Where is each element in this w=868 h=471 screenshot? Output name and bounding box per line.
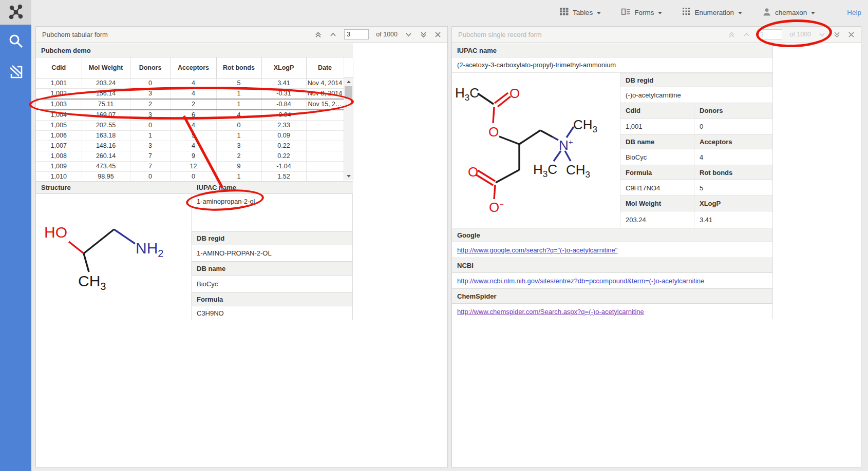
sketch-icon[interactable] bbox=[0, 61, 31, 83]
db-regid-value: (-)o-acetylcarnitine bbox=[620, 87, 772, 103]
record-pager: of 1000 bbox=[728, 29, 855, 40]
scrollbar-header-filler bbox=[344, 57, 353, 77]
link-row: http://www.ncbi.nlm.nih.gov/sites/entrez… bbox=[452, 273, 772, 288]
menu-label: Tables bbox=[573, 9, 593, 16]
search-icon[interactable] bbox=[0, 30, 31, 52]
table-row[interactable]: 1,008260.147920.22 bbox=[36, 151, 344, 162]
grid-header-row: DB nameAcceptors bbox=[620, 134, 772, 149]
external-link-google[interactable]: http://www.google.com/search?q="(-)o-ace… bbox=[457, 246, 617, 254]
previous-record-button[interactable] bbox=[329, 32, 337, 37]
scroll-up-button[interactable] bbox=[344, 77, 353, 86]
grid-value-left: C9H17NO4 bbox=[620, 180, 694, 195]
record-number-input[interactable] bbox=[344, 29, 369, 40]
structure-viewer[interactable]: HO CH3 NH2 bbox=[36, 194, 192, 320]
last-record-button[interactable] bbox=[420, 31, 427, 38]
structure-viewer[interactable]: H3C O O N+ CH3 CH3 H3C O O− bbox=[452, 73, 620, 228]
formula-header: Formula bbox=[192, 292, 352, 306]
scroll-down-button[interactable] bbox=[344, 172, 353, 180]
table-cell bbox=[306, 162, 344, 172]
column-header[interactable]: Mol Weight bbox=[82, 57, 130, 78]
table-cell: 203.24 bbox=[82, 78, 130, 89]
table-header-row: CdIdMol WeightDonorsAcceptorsRot bondsXL… bbox=[36, 57, 344, 78]
grid-value-left: BioCyc bbox=[620, 149, 694, 165]
external-link-chemspider[interactable]: http://www.chemspider.com/Search.aspx?q=… bbox=[457, 308, 644, 316]
table-cell: 1,009 bbox=[36, 162, 82, 172]
table-row[interactable]: 1,004169.07364-0.04 bbox=[36, 110, 344, 121]
table-cell: 1 bbox=[216, 131, 261, 141]
table-cell bbox=[306, 141, 344, 151]
table-cell: 0.09 bbox=[261, 131, 306, 141]
grid-value-right: 0 bbox=[694, 119, 772, 134]
atom-label-o-carbonyl: O bbox=[510, 87, 520, 100]
scrollbar-thumb[interactable] bbox=[345, 86, 352, 99]
table-cell: 4 bbox=[171, 78, 216, 89]
column-header[interactable]: Acceptors bbox=[171, 57, 216, 78]
table-row[interactable]: 1,001203.240453.41Nov 4, 2014 bbox=[36, 78, 344, 89]
table-cell: 1,002 bbox=[36, 89, 82, 100]
table-cell: 3 bbox=[216, 141, 261, 151]
table-cell: 9 bbox=[216, 162, 261, 172]
first-record-button[interactable] bbox=[728, 31, 735, 38]
external-link-ncbi[interactable]: http://www.ncbi.nlm.nih.gov/sites/entrez… bbox=[457, 277, 704, 285]
table-row[interactable]: 1,005202.550402.33 bbox=[36, 121, 344, 131]
table-row[interactable]: 1,009473.457129-1.04 bbox=[36, 162, 344, 172]
chemaxon-logo[interactable] bbox=[0, 0, 31, 25]
table-cell: 4 bbox=[171, 89, 216, 100]
table-row[interactable]: 1,01098.950011.52 bbox=[36, 172, 344, 182]
table-row[interactable]: 1,002156.14341-0.31Nov 8, 2014 bbox=[36, 89, 344, 100]
column-header[interactable]: CdId bbox=[36, 57, 82, 78]
iupac-section-header: IUPAC name bbox=[192, 181, 353, 194]
table-row[interactable]: 1,006163.181510.09 bbox=[36, 131, 344, 141]
atom-label-ch3: CH3 bbox=[78, 273, 106, 291]
molecule-bonds bbox=[36, 194, 192, 320]
table-scrollbar[interactable] bbox=[344, 77, 353, 180]
table-row[interactable]: 1,007148.163430.22 bbox=[36, 141, 344, 151]
table-cell: 12 bbox=[171, 162, 216, 172]
next-record-button[interactable] bbox=[405, 32, 412, 37]
record-number-input[interactable] bbox=[758, 29, 782, 40]
table-cell: 3 bbox=[130, 141, 171, 151]
table-row[interactable]: 1,00375.11221-0.84Nov 15, 2… bbox=[36, 99, 344, 110]
table-cell: 1,003 bbox=[36, 99, 82, 110]
iupac-name-value: (2-acetoxy-3-carboxylato-propyl)-trimeth… bbox=[452, 57, 772, 73]
topbar: Tables Forms bbox=[544, 0, 861, 25]
record-grid: DB regid (-)o-acetylcarnitine CdIdDonors… bbox=[620, 73, 772, 228]
table-cell: 4 bbox=[171, 141, 216, 151]
grid-value-row: 1,0010 bbox=[620, 119, 772, 134]
previous-record-button[interactable] bbox=[743, 32, 750, 37]
atom-label-o-carboxyl: O bbox=[468, 165, 478, 179]
table-cell: Nov 8, 2014 bbox=[306, 89, 344, 100]
chevron-down-icon bbox=[738, 12, 742, 14]
table-cell: 4 bbox=[171, 121, 216, 131]
table-cell: -0.84 bbox=[261, 99, 306, 110]
first-record-button[interactable] bbox=[314, 31, 322, 38]
table-cell: 1.52 bbox=[261, 172, 306, 182]
db-regid-value: 1-AMINO-PROPAN-2-OL bbox=[192, 245, 352, 261]
table-cell: 1 bbox=[216, 172, 261, 182]
link-section-header-google: Google bbox=[452, 228, 772, 242]
column-header[interactable]: Rot bonds bbox=[216, 57, 261, 78]
last-record-button[interactable] bbox=[833, 31, 841, 38]
grid-header-left: DB name bbox=[620, 134, 694, 149]
grid-value-row: C9H17NO45 bbox=[620, 180, 772, 195]
menu-enumeration[interactable]: Enumeration bbox=[683, 8, 742, 17]
close-panel-button[interactable] bbox=[848, 31, 855, 38]
table-cell: 260.14 bbox=[82, 151, 130, 162]
table-cell: 98.95 bbox=[82, 172, 130, 182]
atom-label-n-plus: N+ bbox=[559, 138, 573, 152]
table-cell: 5 bbox=[216, 78, 261, 89]
table-cell: 75.11 bbox=[82, 99, 130, 110]
column-header[interactable]: Date bbox=[306, 57, 344, 78]
menu-forms[interactable]: Forms bbox=[621, 8, 662, 17]
column-header[interactable]: Donors bbox=[130, 57, 171, 78]
menu-user-chemaxon[interactable]: chemaxon bbox=[763, 8, 815, 17]
grid-header-row: Mol WeightXLogP bbox=[620, 195, 772, 211]
table-cell: 2 bbox=[171, 99, 216, 110]
menu-tables[interactable]: Tables bbox=[560, 8, 601, 17]
close-panel-button[interactable] bbox=[435, 31, 441, 38]
column-header[interactable]: XLogP bbox=[261, 57, 306, 78]
next-record-button[interactable] bbox=[818, 32, 826, 37]
help-link[interactable]: Help bbox=[847, 9, 861, 16]
table-cell: 5 bbox=[171, 131, 216, 141]
table-cell: 0 bbox=[130, 172, 171, 182]
